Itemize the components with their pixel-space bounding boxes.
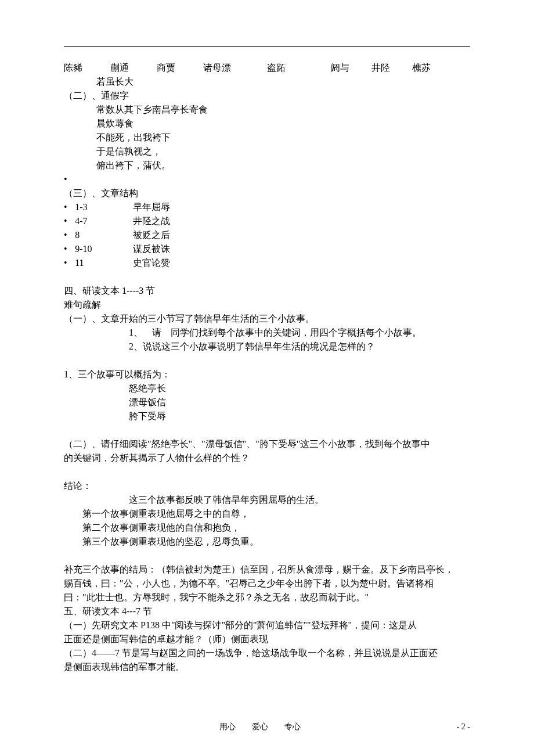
vocab-continuation: 若虽长大	[64, 75, 470, 89]
vocab: 陈豨	[64, 61, 110, 75]
page-number: - 2 -	[457, 721, 470, 733]
paragraph: 正面还是侧面写韩信的卓越才能？（师）侧面表现	[64, 632, 470, 646]
bullet-icon: •	[64, 214, 75, 228]
section-4-title: 四、研读文本 1----3 节	[64, 284, 470, 298]
vocab: 蒯通	[110, 61, 157, 75]
vocab: 商贾	[157, 61, 203, 75]
paragraph: （二）、请仔细阅读"怒绝亭长"、"漂母饭信"、"胯下受辱"这三个小故事，找到每个…	[64, 437, 470, 451]
page-footer: 用心 爱心 专心 - 2 -	[0, 721, 534, 733]
structure-label: 史官论赞	[133, 256, 170, 270]
question-item: 1、 请 同学们找到每个故事中的关键词，用四个字概括每个小故事。	[64, 326, 470, 340]
structure-label: 谋反被诛	[133, 242, 170, 256]
question-item: 2、说说这三个小故事说明了韩信早年生活的境况是怎样的？	[64, 340, 470, 354]
conclusion-item: 第二个故事侧重表现他的自信和抱负，	[64, 521, 470, 535]
structure-label: 早年屈辱	[133, 200, 170, 214]
structure-label: 井陉之战	[133, 214, 170, 228]
structure-item: • 8 被贬之后	[64, 228, 470, 242]
structure-item: • 9-10 谋反被诛	[64, 242, 470, 256]
bullet-icon: •	[64, 200, 75, 214]
supplement-line: 曰："此壮士也。方辱我时，我宁不能杀之邪？杀之无名，故忍而就于此。"	[64, 591, 470, 604]
vocab: 阏与	[331, 61, 371, 75]
vocab: 井陉	[371, 61, 412, 75]
supplement-line: 赐百钱，曰："公，小人也，为德不卒。"召辱己之少年令出胯下者，以为楚中尉。告诸将…	[64, 577, 470, 591]
bullet-icon: •	[64, 228, 75, 242]
footer-motto: 用心 爱心 专心	[64, 721, 457, 733]
vocab: 樵苏	[412, 61, 431, 75]
vocab: 盗跖	[267, 61, 331, 75]
structure-range: 1-3	[75, 200, 133, 214]
paragraph: （二）4——7 节是写与赵国之间的一场战争，给这场战争取一个名称，并且说说是从正…	[64, 646, 470, 660]
structure-item: • 1-3 早年屈辱	[64, 200, 470, 214]
conclusion-item: 第三个故事侧重表现他的坚忍，忍辱负重。	[64, 535, 470, 549]
tongjia-item: 晨炊蓐食	[64, 117, 470, 131]
structure-item: • 4-7 井陉之战	[64, 214, 470, 228]
supplement-line: 补充三个故事的结局：（韩信被封为楚王）信至国，召所从食漂母，赐千金。及下乡南昌亭…	[64, 563, 470, 577]
paragraph: （一）先研究文本 P138 中"阅读与探讨"部分的"萧何追韩信""登坛拜将"，提…	[64, 618, 470, 632]
document-page: 陈豨 蒯通 商贾 诸母漂 盗跖 阏与 井陉 樵苏 若虽长大 （二）、通假字 常数…	[0, 0, 534, 756]
summary-item: 怒绝亭长	[64, 381, 470, 395]
paragraph: 的关键词，分析其揭示了人物什么样的个性？	[64, 451, 470, 465]
vocab-row-1: 陈豨 蒯通 商贾 诸母漂 盗跖 阏与 井陉 樵苏	[64, 61, 470, 75]
section-3-title: （三）、文章结构	[64, 186, 470, 200]
bullet-icon: •	[64, 242, 75, 256]
structure-label: 被贬之后	[133, 228, 170, 242]
conclusion-item: 第一个故事侧重表现他屈辱之中的自尊，	[64, 507, 470, 521]
header-rule	[64, 46, 470, 47]
paragraph: （一）、文章开始的三小节写了韩信早年生活的三个小故事。	[64, 312, 470, 326]
section-2-title: （二）、通假字	[64, 89, 470, 103]
structure-range: 11	[75, 256, 133, 270]
paragraph: 1、三个故事可以概括为：	[64, 368, 470, 381]
tongjia-item: 不能死，出我袴下	[64, 131, 470, 145]
lone-bullet: •	[64, 172, 470, 186]
tongjia-item: 常数从其下乡南昌亭长寄食	[64, 103, 470, 117]
vocab: 诸母漂	[203, 61, 267, 75]
section-5-title: 五、研读文本 4---7 节	[64, 604, 470, 618]
summary-item: 胯下受辱	[64, 409, 470, 423]
tongjia-item: 俯出袴下，蒲伏。	[64, 159, 470, 172]
section-4-subtitle: 难句疏解	[64, 298, 470, 312]
conclusion-summary: 这三个故事都反映了韩信早年穷困屈辱的生活。	[64, 493, 470, 507]
structure-range: 4-7	[75, 214, 133, 228]
bullet-icon: •	[64, 256, 75, 270]
paragraph: 是侧面表现韩信的军事才能。	[64, 660, 470, 674]
summary-item: 漂母饭信	[64, 395, 470, 409]
structure-item: • 11 史官论赞	[64, 256, 470, 270]
structure-range: 8	[75, 228, 133, 242]
conclusion-label: 结论：	[64, 479, 470, 493]
structure-range: 9-10	[75, 242, 133, 256]
tongjia-item: 于是信孰视之，	[64, 145, 470, 159]
